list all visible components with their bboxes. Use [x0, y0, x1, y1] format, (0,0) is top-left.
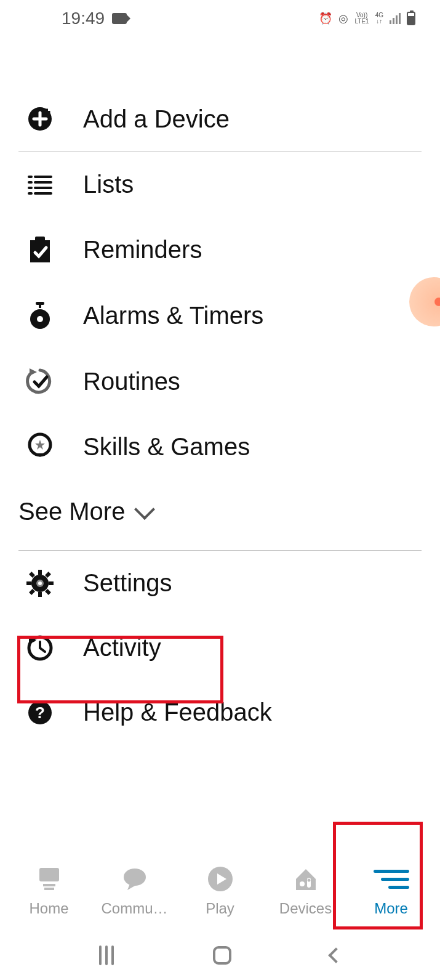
menu-item-reminders[interactable]: Reminders [0, 217, 440, 282]
bottom-nav: Home Commu… Play Devices More [0, 857, 440, 925]
camera-icon [112, 13, 127, 24]
nav-item-devices[interactable]: Devices [267, 864, 344, 917]
lists-icon [25, 174, 55, 195]
sys-recents-button[interactable] [99, 946, 114, 965]
more-icon [374, 864, 409, 894]
menu-item-add-device[interactable]: Add a Device [0, 86, 440, 152]
menu-item-settings[interactable]: Settings [0, 551, 440, 615]
menu-label-reminders: Reminders [83, 236, 202, 264]
alarm-icon: ⏰ [319, 12, 332, 25]
see-more-button[interactable]: See More [0, 479, 440, 550]
svg-rect-19 [38, 592, 42, 597]
chevron-down-icon [134, 499, 155, 520]
system-nav-bar [0, 931, 440, 980]
menu-item-lists[interactable]: Lists [0, 152, 440, 217]
reminders-icon [25, 235, 55, 264]
svg-point-38 [307, 879, 310, 882]
sys-home-button[interactable] [213, 946, 231, 965]
svg-rect-32 [43, 884, 55, 886]
svg-rect-23 [45, 572, 51, 578]
menu-label-help: Help & Feedback [83, 699, 272, 726]
svg-point-27 [38, 581, 42, 585]
battery-icon [407, 12, 415, 25]
menu-label-lists: Lists [83, 171, 134, 198]
svg-rect-33 [44, 888, 54, 890]
devices-icon [292, 864, 319, 894]
svg-rect-22 [29, 572, 35, 578]
routines-icon [25, 367, 55, 395]
menu-item-routines[interactable]: Routines [0, 349, 440, 414]
svg-rect-18 [38, 570, 42, 575]
svg-rect-1 [48, 105, 54, 111]
status-bar-right: ⏰ ◎ Vo)) LTE1 4G ↓↑ [319, 12, 415, 25]
menu-item-activity[interactable]: Activity [0, 615, 440, 680]
nav-item-home[interactable]: Home [10, 864, 87, 917]
svg-rect-13 [39, 304, 41, 308]
activity-icon [25, 634, 55, 662]
svg-rect-20 [26, 581, 31, 585]
nav-item-more[interactable]: More [353, 864, 430, 917]
skills-icon [25, 432, 55, 461]
status-bar-left: 19:49 [62, 9, 127, 28]
nav-label-communicate: Commu… [101, 900, 167, 917]
network-indicator: 4G ↓↑ [375, 12, 383, 25]
nav-label-devices: Devices [279, 900, 332, 917]
volte-bottom: LTE1 [354, 18, 369, 25]
menu-item-help-feedback[interactable]: ? Help & Feedback [0, 680, 440, 745]
help-icon: ? [25, 700, 55, 726]
svg-text:?: ? [35, 703, 45, 722]
gear-icon [25, 570, 55, 597]
nav-item-play[interactable]: Play [182, 864, 258, 917]
nav-item-communicate[interactable]: Commu… [96, 864, 173, 917]
communicate-icon [121, 864, 148, 894]
nav-label-home: Home [29, 900, 68, 917]
svg-rect-21 [49, 581, 54, 585]
see-more-label: See More [18, 498, 125, 525]
status-bar: 19:49 ⏰ ◎ Vo)) LTE1 4G ↓↑ [0, 0, 440, 37]
network-arrows: ↓↑ [375, 18, 383, 25]
svg-rect-10 [30, 240, 50, 262]
svg-rect-25 [45, 589, 51, 595]
svg-rect-31 [39, 868, 59, 881]
hotspot-icon: ◎ [338, 12, 348, 25]
menu-label-add-device: Add a Device [83, 105, 230, 133]
svg-point-36 [300, 881, 305, 886]
svg-rect-24 [29, 589, 35, 595]
menu-label-routines: Routines [83, 368, 180, 395]
svg-point-15 [37, 316, 43, 322]
menu-label-settings: Settings [83, 569, 172, 597]
menu-item-skills-games[interactable]: Skills & Games [0, 414, 440, 479]
status-time: 19:49 [62, 9, 105, 28]
sys-back-button[interactable] [328, 947, 343, 963]
signal-icon [390, 13, 401, 24]
nav-label-more: More [374, 900, 408, 917]
menu-label-activity: Activity [83, 634, 161, 662]
menu-item-alarms-timers[interactable]: Alarms & Timers [0, 282, 440, 349]
volte-indicator: Vo)) LTE1 [354, 12, 369, 25]
svg-point-34 [124, 869, 146, 886]
play-icon [207, 864, 234, 894]
menu-label-alarms: Alarms & Timers [83, 302, 263, 330]
alarm-clock-icon [25, 301, 55, 330]
add-device-icon [25, 105, 55, 133]
svg-rect-11 [35, 237, 45, 243]
home-icon [36, 864, 63, 894]
menu-label-skills: Skills & Games [83, 433, 250, 461]
more-menu: Add a Device Lists Reminders [0, 37, 440, 745]
nav-label-play: Play [206, 900, 234, 917]
